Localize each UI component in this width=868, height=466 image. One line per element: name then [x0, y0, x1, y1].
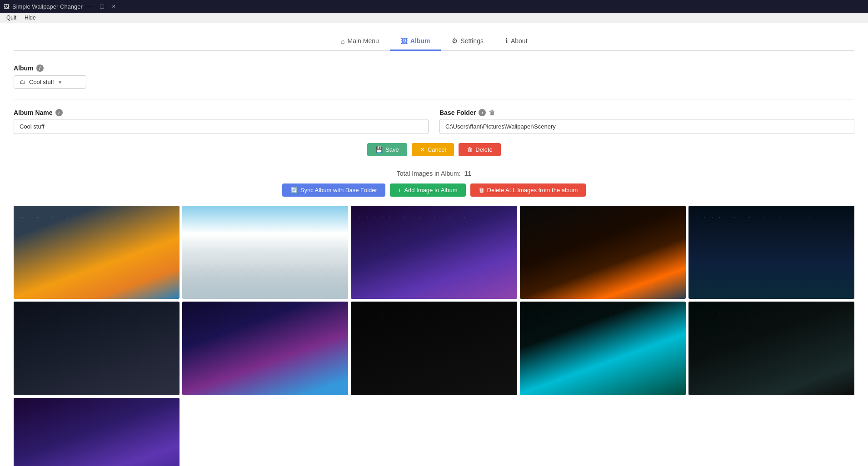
- save-icon: 💾: [375, 146, 383, 153]
- menubar-quit[interactable]: Quit: [3, 14, 20, 22]
- home-icon: ⌂: [340, 37, 344, 45]
- image-thumb-1[interactable]: [14, 206, 180, 299]
- image-thumb-11[interactable]: [14, 398, 180, 466]
- image-thumb-10[interactable]: [688, 302, 854, 395]
- chevron-down-icon: ▼: [58, 79, 63, 85]
- cancel-icon: ✕: [420, 146, 425, 153]
- save-button[interactable]: 💾 💾 Save Save: [367, 143, 407, 156]
- base-folder-input[interactable]: [439, 119, 854, 134]
- add-icon: +: [398, 187, 402, 193]
- tab-settings-label: Settings: [460, 37, 484, 45]
- tab-about-label: About: [511, 37, 528, 45]
- base-folder-delete-icon[interactable]: 🗑: [489, 109, 495, 116]
- base-folder-label: Base Folder i 🗑: [439, 109, 854, 116]
- menubar: Quit Hide: [0, 13, 868, 23]
- titlebar-title: Simple Wallpaper Changer: [12, 3, 83, 10]
- delete-button[interactable]: 🗑 Delete: [459, 143, 501, 156]
- tab-album[interactable]: 🖼 Album: [390, 32, 441, 51]
- tab-album-label: Album: [410, 37, 430, 45]
- form-row: Album Name i Base Folder i 🗑: [14, 109, 854, 134]
- album-section: Album i 🗂 Cool stuff ▼: [14, 64, 854, 89]
- album-name-group: Album Name i: [14, 109, 429, 134]
- info-icon: ℹ: [505, 37, 508, 45]
- album-name-input[interactable]: [14, 119, 429, 134]
- sync-album-button[interactable]: 🔄 🔄 Sync Album with Base Folder Sync Alb…: [282, 183, 385, 197]
- tab-main-menu[interactable]: ⌂ Main Menu: [329, 32, 389, 51]
- minimize-button[interactable]: —: [83, 3, 95, 10]
- image-thumb-9[interactable]: [520, 302, 686, 395]
- dropdown-folder-icon: 🗂: [20, 79, 25, 85]
- image-thumb-8[interactable]: [351, 302, 517, 395]
- image-thumb-7[interactable]: [182, 302, 348, 395]
- album-name-info-icon[interactable]: i: [55, 109, 63, 116]
- album-dropdown[interactable]: 🗂 Cool stuff ▼: [14, 75, 86, 89]
- close-button[interactable]: ×: [109, 3, 118, 10]
- divider-1: [14, 99, 854, 100]
- image-grid: [14, 206, 854, 466]
- cancel-button[interactable]: ✕ Cancel: [412, 143, 454, 156]
- image-thumb-5[interactable]: [688, 206, 854, 299]
- sync-icon: 🔄: [290, 187, 298, 193]
- action-buttons: 💾 💾 Save Save ✕ Cancel 🗑 Delete: [14, 143, 854, 156]
- total-images-label: Total Images in Album:: [397, 170, 461, 177]
- base-folder-group: Base Folder i 🗑: [439, 109, 854, 134]
- titlebar-icon: 🖼: [4, 3, 10, 10]
- total-images-count: 11: [464, 170, 472, 177]
- total-images-row: Total Images in Album: 11: [14, 170, 854, 177]
- add-image-button[interactable]: + Add Image to Album: [390, 183, 466, 197]
- image-thumb-3[interactable]: [351, 206, 517, 299]
- dropdown-selected-value: Cool stuff: [29, 79, 54, 85]
- album-name-label: Album Name i: [14, 109, 429, 116]
- nav-tabs: ⌂ Main Menu 🖼 Album ⚙ Settings ℹ About: [14, 32, 854, 51]
- main-content: ⌂ Main Menu 🖼 Album ⚙ Settings ℹ About A…: [0, 23, 868, 466]
- album-selector-label: Album i: [14, 64, 854, 72]
- tab-settings[interactable]: ⚙ Settings: [441, 32, 494, 51]
- image-thumb-2[interactable]: [182, 206, 348, 299]
- image-thumb-6[interactable]: [14, 302, 180, 395]
- tab-main-menu-label: Main Menu: [348, 37, 379, 45]
- album-info-icon[interactable]: i: [36, 64, 44, 72]
- image-thumb-4[interactable]: [520, 206, 686, 299]
- settings-icon: ⚙: [452, 37, 458, 45]
- delete-all-images-button[interactable]: 🗑 Delete ALL Images from the album: [470, 183, 586, 197]
- image-actions: 🔄 🔄 Sync Album with Base Folder Sync Alb…: [14, 183, 854, 197]
- delete-icon: 🗑: [467, 146, 473, 153]
- album-icon: 🖼: [401, 37, 408, 45]
- maximize-button[interactable]: □: [97, 3, 106, 10]
- delete-all-icon: 🗑: [479, 187, 484, 193]
- titlebar-controls: — □ ×: [83, 3, 119, 10]
- titlebar: 🖼 Simple Wallpaper Changer — □ ×: [0, 0, 868, 13]
- menubar-hide[interactable]: Hide: [21, 14, 40, 22]
- tab-about[interactable]: ℹ About: [494, 32, 539, 51]
- base-folder-info-icon[interactable]: i: [479, 109, 486, 116]
